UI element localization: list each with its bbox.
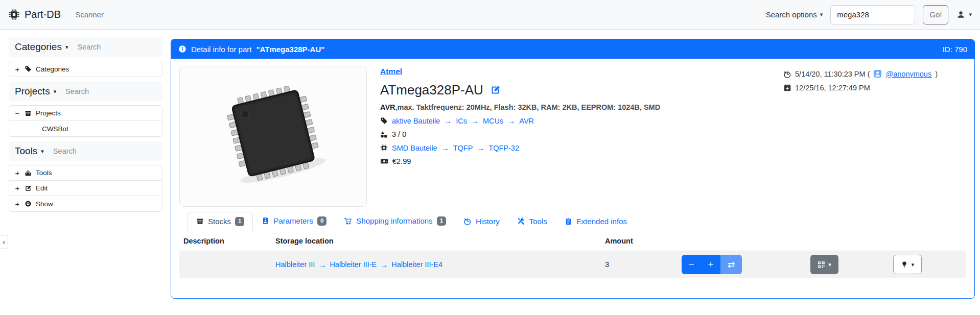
categories-tree: + Categories bbox=[9, 61, 162, 77]
tools-search-input[interactable] bbox=[52, 147, 119, 156]
id-badge-icon bbox=[262, 217, 269, 225]
sidebar-section-categories-header: Categories ▾ bbox=[9, 37, 162, 57]
column-header-storage-location: Storage location bbox=[271, 237, 601, 245]
sidebar-item-show[interactable]: + Show bbox=[9, 196, 162, 211]
sidebar-section-tools-header: Tools ▾ bbox=[9, 141, 162, 161]
column-header-description: Description bbox=[179, 237, 271, 245]
sidebar-item-label: Categories bbox=[36, 65, 69, 73]
category-link[interactable]: ICs bbox=[456, 117, 467, 125]
categories-dropdown[interactable]: Categories ▾ bbox=[15, 41, 68, 53]
tab-count-badge: 0 bbox=[317, 216, 326, 226]
breadcrumb-arrow-icon: → bbox=[444, 116, 452, 125]
sidebar-item-cwsbot[interactable]: CWSBot bbox=[9, 121, 162, 136]
expand-icon[interactable]: + bbox=[14, 65, 20, 74]
tag-icon bbox=[380, 117, 388, 125]
sidebar-collapse-handle[interactable]: ‹ bbox=[0, 235, 8, 249]
category-link[interactable]: MCUs bbox=[483, 117, 503, 125]
stock-table-header: Description Storage location Amount bbox=[179, 231, 966, 251]
tab-extended-infos[interactable]: Extended infos bbox=[556, 212, 636, 231]
projects-title: Projects bbox=[15, 86, 50, 97]
part-id-label: ID: 790 bbox=[943, 45, 967, 54]
pencil-square-icon bbox=[25, 185, 32, 192]
tab-tools[interactable]: Tools bbox=[508, 212, 556, 231]
footprint-link[interactable]: TQFP-32 bbox=[488, 144, 519, 152]
stock-adjust-button-group: − + ⇄ bbox=[682, 255, 742, 274]
clipboard-icon bbox=[565, 217, 572, 225]
tab-count-badge: 1 bbox=[437, 216, 446, 226]
decrease-stock-button[interactable]: − bbox=[682, 255, 701, 274]
breadcrumb-arrow-icon: → bbox=[471, 116, 479, 125]
stock-table-row: Halbleiter III → Halbleiter III-E → Halb… bbox=[179, 251, 966, 278]
edit-part-icon[interactable] bbox=[490, 85, 501, 95]
breadcrumb-arrow-icon: → bbox=[380, 260, 388, 269]
chevron-down-icon: ▾ bbox=[969, 11, 972, 18]
stock-summary-value: 3 / 0 bbox=[392, 130, 406, 138]
collapse-minus-icon[interactable]: − bbox=[14, 109, 20, 117]
categories-title: Categories bbox=[15, 41, 62, 53]
sidebar-item-label: Show bbox=[36, 200, 53, 208]
sidebar-section-projects-header: Projects ▾ bbox=[9, 82, 162, 101]
search-input[interactable] bbox=[830, 5, 915, 25]
price-value: €2.99 bbox=[392, 157, 411, 165]
tools-wrench-icon bbox=[517, 217, 525, 225]
tab-label: Parameters bbox=[273, 216, 313, 225]
storage-location-link[interactable]: Halbleiter III bbox=[275, 260, 315, 269]
projects-dropdown[interactable]: Projects ▾ bbox=[15, 86, 56, 97]
tab-stocks[interactable]: Stocks 1 bbox=[188, 212, 253, 231]
expand-icon[interactable]: + bbox=[14, 184, 20, 192]
storage-location-link[interactable]: Halbleiter III-E4 bbox=[391, 260, 442, 269]
search-go-button[interactable]: Go! bbox=[923, 5, 948, 25]
chevron-down-icon: ▾ bbox=[912, 261, 915, 268]
part-image[interactable] bbox=[179, 66, 367, 207]
stock-amount-cell: 3 bbox=[601, 260, 678, 269]
part-tabs: Stocks 1 Parameters bbox=[179, 211, 966, 231]
header-prefix: Detail info for part bbox=[191, 45, 251, 54]
tab-label: Shopping informations bbox=[356, 216, 432, 225]
chevron-down-icon: ▾ bbox=[828, 261, 831, 268]
sidebar-item-tools[interactable]: + Tools bbox=[9, 165, 162, 181]
expand-icon[interactable]: + bbox=[14, 200, 20, 208]
chevron-down-icon: ▾ bbox=[41, 148, 44, 155]
user-icon bbox=[956, 10, 966, 19]
top-navbar: Part-DB Scanner Search options ▾ Go! ▾ bbox=[0, 0, 980, 30]
lightbulb-icon bbox=[901, 261, 908, 268]
manufacturer-link[interactable]: Atmel bbox=[380, 67, 402, 76]
search-options-dropdown[interactable]: Search options ▾ bbox=[766, 10, 823, 19]
last-modified-value: 5/14/20, 11:30:23 PM ( bbox=[795, 70, 870, 78]
anonymous-user-link[interactable]: @anonymous bbox=[885, 70, 931, 78]
eye-icon bbox=[25, 200, 32, 207]
expand-icon[interactable]: + bbox=[14, 168, 20, 177]
column-header-amount: Amount bbox=[601, 237, 678, 245]
increase-stock-button[interactable]: + bbox=[701, 255, 720, 274]
label-dropdown-button[interactable]: ▾ bbox=[810, 255, 838, 274]
tab-parameters[interactable]: Parameters 0 bbox=[253, 211, 335, 231]
stock-summary-line: 3 / 0 bbox=[380, 130, 660, 138]
tab-label: Stocks bbox=[208, 217, 231, 226]
category-link[interactable]: AVR bbox=[519, 117, 534, 125]
nav-link-scanner[interactable]: Scanner bbox=[75, 10, 104, 19]
category-link[interactable]: aktive Bauteile bbox=[392, 117, 440, 125]
categories-search-input[interactable] bbox=[76, 42, 143, 52]
led-locate-dropdown-button[interactable]: ▾ bbox=[893, 255, 922, 274]
sidebar-item-categories[interactable]: + Categories bbox=[9, 61, 162, 77]
sidebar-item-edit[interactable]: + Edit bbox=[9, 181, 162, 196]
tab-label: Extended infos bbox=[576, 217, 627, 226]
sidebar-item-label: Edit bbox=[36, 184, 48, 192]
part-meta: 5/14/20, 11:30:23 PM ( @anonymous ) bbox=[783, 67, 938, 94]
app-brand-label: Part-DB bbox=[25, 9, 61, 20]
move-stock-button[interactable]: ⇄ bbox=[720, 255, 742, 274]
user-menu-dropdown[interactable]: ▾ bbox=[956, 10, 972, 19]
tools-dropdown[interactable]: Tools ▾ bbox=[15, 146, 44, 157]
app-brand[interactable]: Part-DB bbox=[8, 9, 61, 20]
footprint-link[interactable]: SMD Bauteile bbox=[392, 144, 437, 152]
footprint-breadcrumb: SMD Bauteile → TQFP → TQFP-32 bbox=[380, 143, 660, 152]
breadcrumb-arrow-icon: → bbox=[441, 143, 449, 152]
tab-history[interactable]: History bbox=[455, 212, 508, 231]
tab-shopping-informations[interactable]: Shopping informations 1 bbox=[335, 211, 455, 231]
toolbox-icon bbox=[25, 169, 32, 177]
storage-location-link[interactable]: Halbleiter III-E bbox=[330, 260, 377, 269]
footprint-link[interactable]: TQFP bbox=[453, 144, 473, 152]
qrcode-icon bbox=[818, 261, 825, 269]
sidebar-item-projects[interactable]: − Projects bbox=[9, 106, 162, 121]
projects-search-input[interactable] bbox=[64, 87, 131, 96]
